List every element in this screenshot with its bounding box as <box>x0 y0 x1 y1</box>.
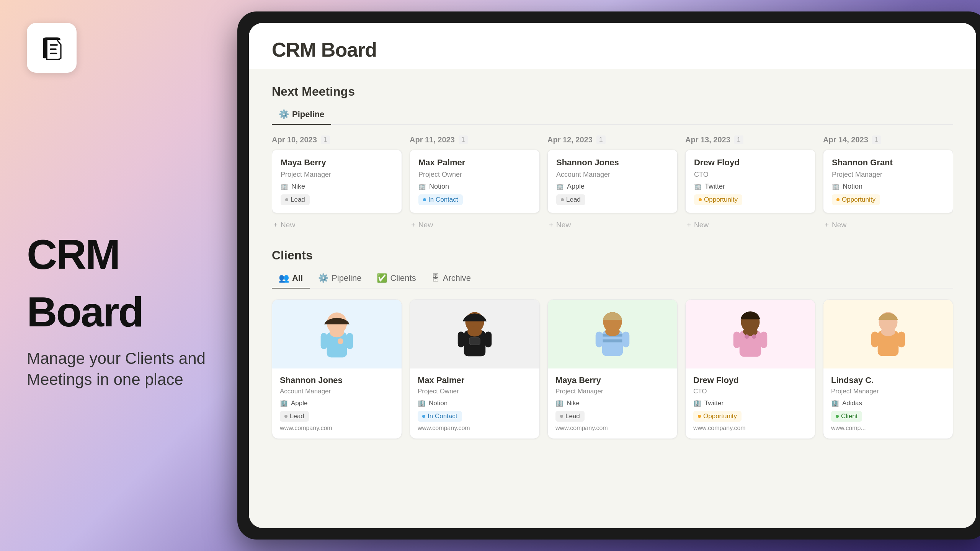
status-label-c4: Client <box>841 412 858 420</box>
company-name-2-0: Apple <box>567 183 585 191</box>
kanban-card-3-0[interactable]: Drew Floyd CTO 🏢 Twitter Opportunity <box>685 150 815 213</box>
left-title-line1: CRM <box>27 233 218 276</box>
left-subtitle: Manage your Clients andMeetings in one p… <box>27 348 218 390</box>
client-role-1: Project Owner <box>418 388 532 395</box>
status-label-0-0: Lead <box>291 196 305 204</box>
card-name-1-0: Max Palmer <box>418 158 531 168</box>
tab-all-label: All <box>292 273 303 283</box>
building-icon-1-0: 🏢 <box>418 183 426 190</box>
status-1-0: In Contact <box>418 194 463 205</box>
status-dot-2-0 <box>561 198 564 201</box>
client-card-3[interactable]: Drew Floyd CTO 🏢 Twitter Opportunity www… <box>685 299 815 439</box>
svg-rect-15 <box>485 331 492 347</box>
status-label-c1: In Contact <box>428 412 457 420</box>
dot-c4 <box>836 415 839 418</box>
all-icon: 👥 <box>279 273 289 283</box>
add-new-label-3: New <box>694 221 709 229</box>
svg-point-33 <box>881 327 895 336</box>
building-icon-c4: 🏢 <box>831 399 839 407</box>
svg-point-21 <box>605 327 620 336</box>
client-card-4[interactable]: Lindsay C. Project Manager 🏢 Adidas Clie… <box>823 299 953 439</box>
company-c4: Adidas <box>842 399 862 407</box>
add-new-2[interactable]: + New <box>547 217 678 233</box>
svg-rect-14 <box>458 331 464 347</box>
svg-rect-8 <box>321 333 327 349</box>
kanban-col-3: Apr 13, 2023 1 Drew Floyd CTO 🏢 Twitter <box>685 135 815 233</box>
dot-c0 <box>284 415 287 418</box>
client-card-1[interactable]: Max Palmer Project Owner 🏢 Notion In Con… <box>410 299 540 439</box>
plus-icon-4: + <box>825 221 829 229</box>
client-url-0: www.company.com <box>280 425 394 432</box>
client-card-0[interactable]: Shannon Jones Account Manager 🏢 Apple Le… <box>272 299 402 439</box>
status-2-0: Lead <box>556 194 585 205</box>
tab-clients-label: Clients <box>390 273 416 283</box>
client-url-2: www.company.com <box>555 425 670 432</box>
plus-icon-2: + <box>549 221 553 229</box>
client-url-4: www.comp... <box>831 425 945 432</box>
card-role-1-0: Project Owner <box>418 171 531 179</box>
client-name-3: Drew Floyd <box>693 375 807 385</box>
client-status-0: Lead <box>280 411 309 422</box>
kanban-card-2-0[interactable]: Shannon Jones Account Manager 🏢 Apple Le… <box>547 150 678 213</box>
date-1: Apr 11, 2023 <box>410 135 455 144</box>
client-status-1: In Contact <box>418 411 462 422</box>
count-4: 1 <box>872 135 881 144</box>
clients-section: Clients 👥 All ⚙️ Pipeline ✅ Clients <box>272 248 953 439</box>
tab-pipeline[interactable]: ⚙️ Pipeline <box>272 106 331 125</box>
add-new-0[interactable]: + New <box>272 217 402 233</box>
kanban-row: Apr 10, 2023 1 Maya Berry Project Manage… <box>272 135 953 233</box>
date-header-4: Apr 14, 2023 1 <box>823 135 953 144</box>
kanban-card-0-0[interactable]: Maya Berry Project Manager 🏢 Nike Lead <box>272 150 402 213</box>
tab-pipeline-clients-label: Pipeline <box>332 273 361 283</box>
company-name-3-0: Twitter <box>705 183 725 191</box>
company-c1: Notion <box>429 399 448 407</box>
client-company-4: 🏢 Adidas <box>831 399 945 407</box>
count-3: 1 <box>734 135 743 144</box>
status-dot-3-0 <box>699 198 702 201</box>
company-c0: Apple <box>291 399 307 407</box>
plus-icon-3: + <box>687 221 691 229</box>
kanban-card-1-0[interactable]: Max Palmer Project Owner 🏢 Notion In Con… <box>410 150 540 213</box>
status-dot-1-0 <box>423 198 426 201</box>
count-0: 1 <box>321 135 330 144</box>
card-name-2-0: Shannon Jones <box>556 158 669 168</box>
card-role-4-0: Project Manager <box>832 171 944 179</box>
svg-rect-2 <box>50 44 58 46</box>
add-new-label-1: New <box>418 221 433 229</box>
tab-clients[interactable]: ✅ Clients <box>370 270 423 289</box>
status-4-0: Opportunity <box>832 194 880 205</box>
next-meetings-section: Next Meetings ⚙️ Pipeline Apr 10, 2023 1 <box>272 85 953 233</box>
avatar-maya <box>548 300 677 368</box>
client-card-2[interactable]: Maya Berry Project Manager 🏢 Nike Lead w… <box>547 299 678 439</box>
date-header-0: Apr 10, 2023 1 <box>272 135 402 144</box>
status-label-1-0: In Contact <box>428 196 458 204</box>
tab-pipeline-clients[interactable]: ⚙️ Pipeline <box>311 270 368 289</box>
kanban-card-4-0[interactable]: Shannon Grant Project Manager 🏢 Notion O… <box>823 150 953 213</box>
svg-rect-27 <box>733 331 740 348</box>
tab-archive[interactable]: 🗄 Archive <box>425 270 478 289</box>
tab-all[interactable]: 👥 All <box>272 270 310 289</box>
kanban-col-4: Apr 14, 2023 1 Shannon Grant Project Man… <box>823 135 953 233</box>
add-new-1[interactable]: + New <box>410 217 540 233</box>
date-0: Apr 10, 2023 <box>272 135 317 144</box>
add-new-3[interactable]: + New <box>685 217 815 233</box>
device-screen: CRM Board Next Meetings ⚙️ Pipeline <box>249 23 976 528</box>
svg-rect-9 <box>346 333 353 349</box>
building-icon-c3: 🏢 <box>693 399 701 407</box>
left-title-line2: Board <box>27 291 218 333</box>
status-label-c0: Lead <box>290 412 304 420</box>
svg-rect-20 <box>602 339 623 342</box>
tablet-device: CRM Board Next Meetings ⚙️ Pipeline <box>237 11 980 540</box>
svg-rect-35 <box>898 331 905 347</box>
card-company-1-0: 🏢 Notion <box>418 183 531 191</box>
pipeline-tab-label: Pipeline <box>292 109 324 119</box>
status-dot-4-0 <box>836 198 840 201</box>
add-new-4[interactable]: + New <box>823 217 953 233</box>
clients-tab-bar: 👥 All ⚙️ Pipeline ✅ Clients 🗄 Archive <box>272 270 953 289</box>
client-name-0: Shannon Jones <box>280 375 394 385</box>
pipeline-icon-clients: ⚙️ <box>318 273 328 283</box>
plus-icon-0: + <box>273 221 278 229</box>
svg-point-7 <box>330 327 344 337</box>
svg-rect-34 <box>871 331 879 347</box>
svg-rect-16 <box>469 337 480 345</box>
